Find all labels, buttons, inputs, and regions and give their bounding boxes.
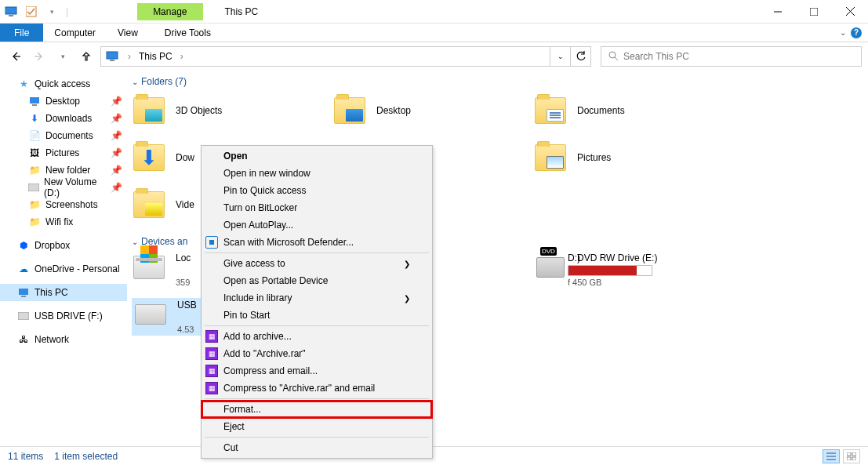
menu-compress-email[interactable]: Compress and email... xyxy=(202,362,432,380)
sidebar-onedrive[interactable]: ☁OneDrive - Personal xyxy=(0,260,127,278)
sidebar-item-downloads[interactable]: ⬇Downloads📌 xyxy=(0,110,127,127)
chevron-down-icon: ⌄ xyxy=(132,238,138,246)
menu-include-library[interactable]: Include in library❯ xyxy=(202,289,432,307)
winrar-icon xyxy=(205,381,219,395)
up-button[interactable] xyxy=(77,47,96,66)
windows-drive-icon xyxy=(132,252,166,282)
svg-rect-2 xyxy=(26,6,36,16)
menu-eject[interactable]: Eject xyxy=(202,418,432,435)
view-tab[interactable]: View xyxy=(107,24,149,42)
qat-dropdown-icon[interactable]: ▾ xyxy=(45,5,58,18)
sidebar-item-documents[interactable]: 📄Documents📌 xyxy=(0,127,127,144)
sidebar-dropbox[interactable]: ⬢Dropbox xyxy=(0,237,127,254)
folder-icon: ⬇ xyxy=(132,143,166,173)
tree-label: New folder xyxy=(45,165,90,176)
address-dropdown-button[interactable]: ⌄ xyxy=(550,47,570,66)
sidebar-item-new-volume[interactable]: New Volume (D:)📌 xyxy=(0,179,127,196)
pin-icon: 📌 xyxy=(111,130,122,141)
menu-cut[interactable]: Cut xyxy=(202,439,432,456)
sidebar-this-pc[interactable]: This PC xyxy=(0,284,127,301)
address-bar[interactable]: › This PC › ⌄ xyxy=(100,46,591,67)
checkbox-checked-icon[interactable] xyxy=(25,5,38,18)
section-header-folders[interactable]: ⌄ Folders (7) xyxy=(132,71,863,93)
svg-rect-23 xyxy=(852,452,856,456)
menu-compress-archive-email[interactable]: Compress to "Archive.rar" and email xyxy=(202,380,432,397)
tree-label: This PC xyxy=(35,287,68,298)
search-input[interactable] xyxy=(623,51,855,62)
star-icon: ★ xyxy=(17,78,30,90)
folder-pictures[interactable]: Pictures xyxy=(533,140,734,176)
view-large-icons-button[interactable] xyxy=(843,449,860,463)
drive-label: USB xyxy=(177,300,197,311)
view-details-button[interactable] xyxy=(823,449,840,463)
sidebar-quick-access[interactable]: ★ Quick access xyxy=(0,75,127,93)
menu-pin-quick-access[interactable]: Pin to Quick access xyxy=(202,182,432,199)
menu-autoplay[interactable]: Open AutoPlay... xyxy=(202,216,432,234)
menu-separator xyxy=(205,325,429,326)
maximize-button[interactable] xyxy=(796,0,832,24)
cloud-icon: ☁ xyxy=(17,263,30,275)
pin-icon: 📌 xyxy=(111,113,122,124)
recent-locations-dropdown[interactable]: ▾ xyxy=(53,47,72,66)
breadcrumb-location[interactable]: This PC xyxy=(136,51,176,62)
forward-button[interactable] xyxy=(30,47,49,66)
close-button[interactable] xyxy=(832,0,868,24)
minimize-button[interactable] xyxy=(760,0,796,24)
sidebar-item-desktop[interactable]: Desktop📌 xyxy=(0,93,127,110)
folder-desktop[interactable]: Desktop xyxy=(332,93,533,129)
svg-rect-13 xyxy=(30,97,39,104)
drive-tools-tab[interactable]: Drive Tools xyxy=(154,24,222,42)
svg-rect-24 xyxy=(847,457,851,460)
svg-rect-16 xyxy=(19,289,28,295)
sidebar-network[interactable]: 🖧Network xyxy=(0,331,127,348)
file-tab[interactable]: File xyxy=(0,24,43,42)
tree-label: Downloads xyxy=(45,113,92,124)
back-button[interactable] xyxy=(6,47,25,66)
help-icon[interactable]: ? xyxy=(851,27,862,38)
sidebar-item-wifi-fix[interactable]: 📁Wifi fix xyxy=(0,213,127,231)
sidebar-usb-drive[interactable]: USB DRIVE (F:) xyxy=(0,307,127,325)
refresh-button[interactable] xyxy=(570,47,590,66)
winrar-icon xyxy=(205,364,219,378)
menu-separator xyxy=(205,398,429,399)
sidebar-item-screenshots[interactable]: 📁Screenshots xyxy=(0,196,127,213)
folder-label: Pictures xyxy=(577,152,611,163)
menu-add-archive-rar[interactable]: Add to "Archive.rar" xyxy=(202,345,432,362)
svg-rect-9 xyxy=(107,52,118,59)
pin-icon: 📌 xyxy=(111,165,122,176)
ribbon-expand-icon[interactable]: ⌄ xyxy=(840,28,846,37)
menu-open-new-window[interactable]: Open in new window xyxy=(202,165,432,182)
section-title: Folders (7) xyxy=(141,76,187,87)
folder-icon xyxy=(132,96,166,125)
menu-give-access[interactable]: Give access to❯ xyxy=(202,255,432,272)
menu-defender[interactable]: Scan with Microsoft Defender... xyxy=(202,234,432,251)
drive-subtext: f 450 GB xyxy=(568,278,652,287)
svg-point-11 xyxy=(609,52,616,58)
svg-rect-1 xyxy=(9,15,13,16)
usb-drive-icon xyxy=(17,310,30,322)
folder-documents[interactable]: Documents xyxy=(533,93,734,129)
tree-label: USB DRIVE (F:) xyxy=(35,311,103,322)
menu-bitlocker[interactable]: Turn on BitLocker xyxy=(202,199,432,216)
svg-rect-17 xyxy=(21,296,26,297)
pin-icon: 📌 xyxy=(111,96,122,107)
sidebar-item-pictures[interactable]: 🖼Pictures📌 xyxy=(0,144,127,162)
menu-add-archive[interactable]: Add to archive... xyxy=(202,328,432,345)
computer-tab[interactable]: Computer xyxy=(43,24,107,42)
tree-label: Network xyxy=(35,334,69,345)
pc-monitor-icon xyxy=(5,5,17,18)
menu-pin-start[interactable]: Pin to Start xyxy=(202,307,432,324)
contextual-tab-manage[interactable]: Manage xyxy=(137,3,202,20)
menu-separator xyxy=(205,437,429,438)
search-box[interactable] xyxy=(601,46,862,67)
menu-label: Scan with Microsoft Defender... xyxy=(223,237,354,248)
pc-monitor-icon xyxy=(103,47,122,66)
status-item-count: 11 items xyxy=(8,451,43,462)
menu-portable-device[interactable]: Open as Portable Device xyxy=(202,272,432,289)
chevron-right-icon[interactable]: › xyxy=(176,51,188,62)
folder-3d-objects[interactable]: 3D Objects xyxy=(132,93,332,129)
menu-open[interactable]: Open xyxy=(202,147,432,165)
chevron-right-icon[interactable]: › xyxy=(123,51,136,62)
svg-rect-25 xyxy=(852,457,856,460)
menu-format[interactable]: Format... xyxy=(202,401,432,418)
